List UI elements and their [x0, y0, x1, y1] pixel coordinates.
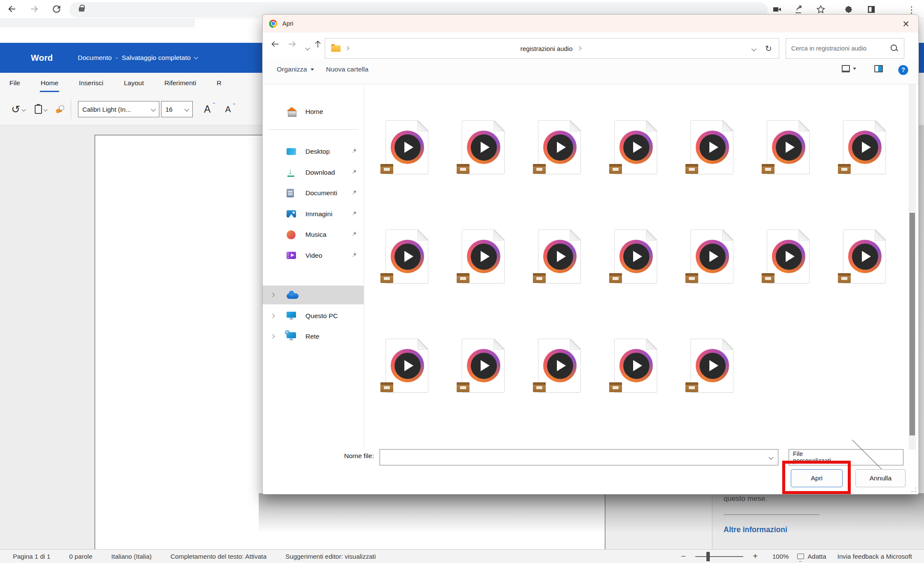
- play-icon: [557, 360, 566, 371]
- media-file-item[interactable]: [826, 120, 903, 195]
- play-icon: [633, 142, 642, 153]
- sidebar-item-immagini[interactable]: Immagini: [263, 205, 364, 223]
- media-file-item[interactable]: [369, 120, 445, 195]
- breadcrumb-path[interactable]: registrazioni audio: [349, 45, 752, 52]
- media-file-item[interactable]: [674, 339, 750, 414]
- font-size-select[interactable]: 16: [161, 101, 193, 117]
- media-file-item[interactable]: [445, 120, 521, 195]
- sidebar-tree-item-onedrive[interactable]: [263, 286, 364, 304]
- documents-icon: [287, 189, 294, 197]
- media-file-item[interactable]: [826, 229, 903, 304]
- document-title[interactable]: Documento - Salvataggio completato: [78, 54, 198, 62]
- media-file-item[interactable]: [674, 120, 750, 195]
- feedback-link[interactable]: Invia feedback a Microsoft: [837, 553, 912, 560]
- media-file-item[interactable]: [521, 229, 598, 304]
- sidebar-item-musica[interactable]: Musica: [263, 225, 364, 244]
- nav-forward-icon[interactable]: [285, 38, 299, 52]
- sidebar-item-desktop[interactable]: Desktop: [263, 142, 364, 161]
- sidebar-item-video[interactable]: Video: [263, 246, 364, 265]
- media-file-item[interactable]: [445, 339, 521, 414]
- media-file-item[interactable]: [674, 229, 750, 304]
- media-file-item[interactable]: [750, 229, 826, 304]
- app-launcher-icon[interactable]: [0, 55, 11, 61]
- shrink-font-button[interactable]: Aˇ: [225, 104, 230, 114]
- sidebar-item-documenti[interactable]: Documenti: [263, 184, 364, 203]
- sidebar-tree-item-rete[interactable]: Rete: [263, 327, 364, 346]
- ribbon-tab-riferimenti[interactable]: Riferimenti: [164, 73, 197, 93]
- font-name-select[interactable]: Calibri Light (In...: [78, 101, 159, 117]
- browser-back-icon[interactable]: [5, 3, 19, 16]
- media-file-item[interactable]: [521, 339, 598, 414]
- media-file-item[interactable]: [598, 120, 674, 195]
- sidebar-item-download[interactable]: Download: [263, 163, 364, 182]
- search-icon[interactable]: [890, 44, 899, 53]
- sidebar-separator: [268, 129, 359, 130]
- nav-up-icon[interactable]: [311, 38, 325, 52]
- zoom-in-button[interactable]: +: [749, 551, 761, 561]
- close-icon[interactable]: ✕: [900, 18, 912, 30]
- media-file-item[interactable]: [750, 120, 826, 195]
- ribbon-tab-home[interactable]: Home: [40, 73, 59, 93]
- more-info-link[interactable]: Altre informazioni: [724, 525, 787, 534]
- current-folder[interactable]: registrazioni audio: [520, 45, 573, 52]
- open-button[interactable]: Apri: [791, 469, 843, 487]
- media-file-item[interactable]: [598, 229, 674, 304]
- status-item[interactable]: Completamento del testo: Attivata: [170, 553, 266, 560]
- search-input[interactable]: [791, 45, 890, 52]
- resize-grip[interactable]: [912, 488, 916, 492]
- expand-chevron-icon[interactable]: [270, 293, 275, 297]
- fit-page-button[interactable]: Adatta: [797, 553, 826, 560]
- media-file-item[interactable]: [598, 339, 674, 414]
- media-file-icon: [614, 339, 657, 393]
- play-icon: [633, 360, 642, 371]
- media-file-item[interactable]: [445, 229, 521, 304]
- format-painter-button[interactable]: [53, 105, 66, 113]
- cancel-button[interactable]: Annulla: [855, 469, 906, 487]
- new-folder-button[interactable]: Nuova cartella: [326, 66, 368, 73]
- breadcrumb-bar[interactable]: registrazioni audio ↻: [325, 38, 779, 59]
- ribbon-tab-r[interactable]: R: [216, 73, 222, 93]
- change-view-button[interactable]: [842, 65, 856, 72]
- filename-input[interactable]: [383, 450, 760, 465]
- zoom-thumb[interactable]: [706, 552, 710, 561]
- media-file-item[interactable]: [521, 120, 598, 195]
- filetype-select[interactable]: File personalizzati: [789, 449, 903, 465]
- screen: ⋮ Word Documento - Salvataggio completat…: [0, 0, 924, 563]
- zoom-level[interactable]: 100%: [772, 553, 789, 560]
- media-file-icon: [386, 120, 428, 174]
- folder-icon: [331, 45, 341, 52]
- refresh-icon[interactable]: ↻: [765, 44, 772, 54]
- address-dropdown-icon[interactable]: [752, 45, 756, 52]
- media-file-item[interactable]: [369, 339, 445, 414]
- organize-button[interactable]: Organizza: [277, 66, 314, 73]
- expand-chevron-icon[interactable]: [270, 313, 275, 318]
- help-button[interactable]: ?: [898, 65, 908, 75]
- status-item[interactable]: Italiano (Italia): [111, 553, 152, 560]
- paste-button[interactable]: [35, 105, 47, 114]
- status-item[interactable]: Suggerimenti editor: visualizzati: [285, 553, 376, 560]
- pin-icon: [350, 210, 357, 217]
- file-list-scrollbar[interactable]: [909, 84, 916, 450]
- play-ring-icon: [696, 240, 729, 273]
- zoom-slider[interactable]: [695, 552, 743, 561]
- nav-back-icon[interactable]: [268, 38, 282, 52]
- undo-button[interactable]: ↺: [11, 104, 25, 114]
- ribbon-tab-layout[interactable]: Layout: [123, 73, 145, 93]
- ribbon-tab-inserisci[interactable]: Inserisci: [78, 73, 104, 93]
- expand-chevron-icon[interactable]: [270, 334, 275, 339]
- ribbon-tab-file[interactable]: File: [9, 73, 21, 93]
- chevron-down-icon[interactable]: [769, 455, 774, 459]
- word-logo[interactable]: Word: [31, 53, 53, 63]
- media-file-item[interactable]: [369, 229, 445, 304]
- preview-pane-button[interactable]: [874, 65, 883, 72]
- status-item[interactable]: 0 parole: [69, 553, 93, 560]
- scrollbar-thumb[interactable]: [909, 213, 915, 435]
- browser-reload-icon[interactable]: [50, 3, 63, 16]
- sidebar-tree-item-questo-pc[interactable]: Questo PC: [263, 307, 364, 325]
- browser-forward-icon[interactable]: [27, 3, 41, 16]
- filename-label: Nome file:: [314, 452, 374, 460]
- grow-font-button[interactable]: Aˆ: [204, 104, 210, 115]
- sidebar-item-home[interactable]: Home: [263, 102, 364, 121]
- status-item[interactable]: Pagina 1 di 1: [13, 553, 51, 560]
- zoom-out-button[interactable]: −: [678, 551, 690, 561]
